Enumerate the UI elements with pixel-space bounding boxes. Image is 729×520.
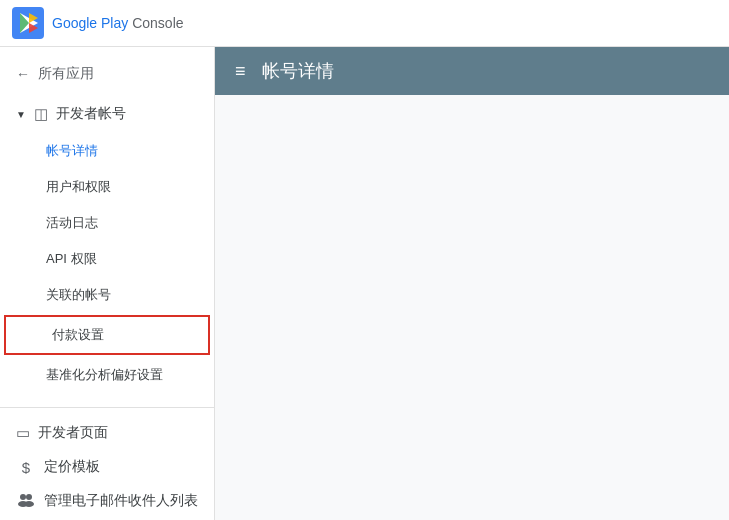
sidebar-item-payment-settings[interactable]: 付款设置 bbox=[4, 315, 210, 355]
developer-subitems: 帐号详情 用户和权限 活动日志 API 权限 关联的帐号 付款设置 bbox=[0, 131, 214, 395]
back-arrow-icon: ← bbox=[16, 66, 30, 82]
sidebar-item-developer-page[interactable]: ▭ 开发者页面 bbox=[0, 416, 214, 450]
play-logo-icon bbox=[12, 7, 44, 39]
content-area: ≡ 帐号详情 bbox=[215, 47, 729, 520]
expand-arrow-icon: ▼ bbox=[16, 109, 26, 120]
sidebar-item-linked-accounts[interactable]: 关联的帐号 bbox=[0, 277, 214, 313]
content-header: ≡ 帐号详情 bbox=[215, 47, 729, 95]
pricing-templates-label: 定价模板 bbox=[44, 458, 100, 476]
sidebar-item-account-details[interactable]: 帐号详情 bbox=[0, 133, 214, 169]
developer-section: ▼ ◫ 开发者帐号 帐号详情 用户和权限 活动日志 API 权限 bbox=[0, 93, 214, 399]
developer-section-label: 开发者帐号 bbox=[56, 105, 126, 123]
sidebar-item-pricing-templates[interactable]: $ 定价模板 bbox=[0, 450, 214, 484]
sidebar-item-email-list[interactable]: 管理电子邮件收件人列表 bbox=[0, 484, 214, 518]
content-body bbox=[215, 95, 729, 520]
hamburger-icon[interactable]: ≡ bbox=[235, 61, 246, 82]
sidebar-item-analytics-prefs[interactable]: 基准化分析偏好设置 bbox=[0, 357, 214, 393]
developer-section-header[interactable]: ▼ ◫ 开发者帐号 bbox=[0, 97, 214, 131]
back-to-all-apps[interactable]: ← 所有应用 bbox=[0, 55, 214, 93]
sidebar-item-api-access[interactable]: API 权限 bbox=[0, 241, 214, 277]
logo-area: Google Play Console bbox=[12, 7, 184, 39]
email-list-label: 管理电子邮件收件人列表 bbox=[44, 492, 198, 510]
app-header: Google Play Console bbox=[0, 0, 729, 47]
sidebar: ← 所有应用 ▼ ◫ 开发者帐号 帐号详情 用户和权限 活动日志 bbox=[0, 47, 215, 520]
sidebar-divider-1 bbox=[0, 407, 214, 408]
people-icon bbox=[16, 493, 36, 510]
svg-point-6 bbox=[26, 494, 32, 500]
sidebar-item-users-permissions[interactable]: 用户和权限 bbox=[0, 169, 214, 205]
back-label: 所有应用 bbox=[38, 65, 94, 83]
developer-section-icon: ◫ bbox=[34, 105, 48, 123]
svg-point-5 bbox=[20, 494, 26, 500]
content-page-title: 帐号详情 bbox=[262, 59, 334, 83]
dollar-icon: $ bbox=[16, 459, 36, 476]
developer-page-label: 开发者页面 bbox=[38, 424, 108, 442]
svg-point-8 bbox=[24, 501, 34, 507]
developer-page-icon: ▭ bbox=[16, 424, 30, 442]
header-title: Google Play Console bbox=[52, 15, 184, 31]
main-layout: ← 所有应用 ▼ ◫ 开发者帐号 帐号详情 用户和权限 活动日志 bbox=[0, 47, 729, 520]
sidebar-item-activity-log[interactable]: 活动日志 bbox=[0, 205, 214, 241]
